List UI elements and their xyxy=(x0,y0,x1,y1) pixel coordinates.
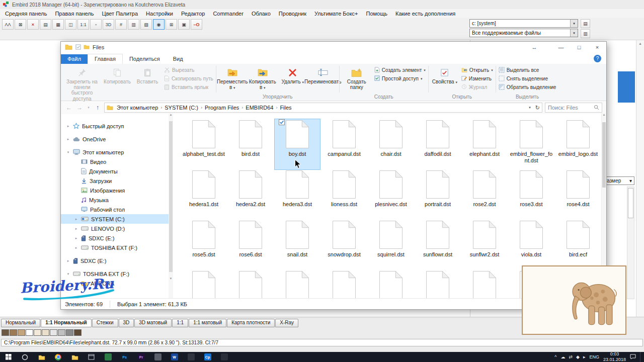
density-map-icon[interactable]: # xyxy=(115,19,127,30)
right-panel-selection[interactable] xyxy=(618,71,635,103)
list-panel-icon[interactable]: ▤ xyxy=(40,19,51,30)
refresh-icon[interactable]: ↻ xyxy=(535,105,540,111)
search-input[interactable]: Поиск: Files xyxy=(545,103,602,113)
select-none-button[interactable]: Снять выделение xyxy=(497,75,558,82)
explorer-tab-2[interactable]: Поделиться xyxy=(123,54,167,64)
view-tab-1[interactable]: 1:1 Нормальный xyxy=(41,319,92,327)
embird-menu-item-4[interactable]: Редактор xyxy=(177,10,209,17)
network-tray-icon[interactable]: ⇄ xyxy=(569,354,573,359)
file-rose4.dst[interactable]: rose4.dst xyxy=(555,169,601,220)
copy-button[interactable]: Копировать xyxy=(102,65,132,85)
file-empty-33[interactable] xyxy=(462,270,507,298)
palette-swatch-6[interactable] xyxy=(50,329,57,336)
sidebar-item-3[interactable]: Видео xyxy=(61,157,173,166)
grid-icon[interactable]: ⊞ xyxy=(166,19,177,30)
notification-center-icon[interactable] xyxy=(630,354,636,360)
file-empty-28[interactable] xyxy=(228,270,273,298)
file-rose2.dst[interactable]: rose2.dst xyxy=(462,169,507,220)
hoop-icon[interactable]: ▥ xyxy=(128,19,139,30)
expander-icon[interactable]: ▾ xyxy=(66,150,70,154)
view-tab-0[interactable]: Нормальный xyxy=(1,319,40,327)
up-button[interactable]: ↑ xyxy=(94,104,102,111)
documents-folder-icon[interactable] xyxy=(66,352,83,362)
palette-swatch-9[interactable] xyxy=(74,329,82,336)
palette-swatch-7[interactable] xyxy=(58,329,65,336)
address-input[interactable]: Этот компьютер›SYSTEM (C:)›Program Files… xyxy=(104,103,542,113)
file-rose3.dst[interactable]: rose3.dst xyxy=(509,169,554,220)
chrome-icon[interactable] xyxy=(50,352,66,362)
file-empty-29[interactable] xyxy=(275,270,320,298)
file-squirrel.dst[interactable]: squirrel.dst xyxy=(368,220,414,270)
view-tab-4[interactable]: 3D матовый xyxy=(134,319,172,327)
sidebar-item-1[interactable]: ▸OneDrive xyxy=(61,134,173,144)
tray-expand-icon[interactable]: ^ xyxy=(554,354,556,359)
dark-app-icon[interactable] xyxy=(183,352,199,362)
expander-icon[interactable]: ▾ xyxy=(66,272,70,276)
move-to-button[interactable]: Переместить в ▾ xyxy=(217,65,248,91)
word-icon[interactable]: W xyxy=(166,352,183,362)
scroll-up-icon[interactable]: ▲ xyxy=(170,113,173,116)
expander-icon[interactable]: ▸ xyxy=(66,137,70,141)
explorer-tab-0[interactable]: Файл xyxy=(61,54,88,64)
explorer-titlebar[interactable]: Files ↔ — □ × xyxy=(61,42,606,53)
sidebar-item-0[interactable]: ▸Быстрый доступ xyxy=(61,121,173,131)
cut-button[interactable]: Вырезать xyxy=(163,66,215,74)
breadcrumb-item-4[interactable]: Files xyxy=(277,105,294,111)
maximize-button[interactable]: □ xyxy=(570,42,588,53)
sidebar-item-10[interactable]: ▸LENOVO (D:) xyxy=(61,224,173,233)
address-dropdown-icon[interactable]: ▾ xyxy=(529,106,531,110)
palette-swatch-1[interactable] xyxy=(10,329,17,336)
invert-selection-button[interactable]: Обратить выделение xyxy=(497,83,558,91)
dropdown-arrow-icon[interactable]: ▾ xyxy=(570,29,578,37)
embird-menu-item-6[interactable]: Облако xyxy=(248,10,275,17)
language-indicator[interactable]: ENG xyxy=(589,354,599,359)
new-folder-button[interactable]: Создать папку xyxy=(341,65,373,91)
expander-icon[interactable]: ▸ xyxy=(66,124,70,128)
dropdown-arrow-icon[interactable]: ▾ xyxy=(627,177,634,185)
file-viola.dst[interactable]: viola.dst xyxy=(509,220,554,270)
fabric-icon[interactable]: ▧ xyxy=(140,19,152,30)
photoshop-icon[interactable]: Ps xyxy=(116,352,133,362)
onedrive-tray-icon[interactable]: ☁ xyxy=(560,354,565,359)
view-tab-3[interactable]: 3D xyxy=(119,319,134,327)
expander-icon[interactable]: ▸ xyxy=(74,236,78,240)
embird-menu-item-1[interactable]: Правая панель xyxy=(51,10,98,17)
palette-grid-icon[interactable]: ▦ xyxy=(52,19,64,30)
file-bird.ecf[interactable]: bird.ecf xyxy=(555,220,601,270)
palette-swatch-4[interactable] xyxy=(34,329,41,336)
properties-button[interactable]: Свойства ▾ xyxy=(430,65,460,85)
scrollbar-thumb[interactable] xyxy=(628,188,633,218)
expander-icon[interactable]: ▸ xyxy=(74,246,78,250)
embird-menu-item-10[interactable]: Какие есть дополнения xyxy=(391,10,459,17)
pin-to-quick-access-button[interactable]: Закрепить на панели быстрого доступа xyxy=(62,65,102,103)
file-lioness.dst[interactable]: lioness.dst xyxy=(321,169,367,220)
file-empty-31[interactable] xyxy=(368,270,414,298)
recent-locations-icon[interactable]: ▾ xyxy=(86,106,91,110)
copy-path-button[interactable]: Скопировать путь xyxy=(163,75,215,82)
edge-scrollbar[interactable]: ▲ xyxy=(636,40,644,317)
delete-button[interactable]: Удалить ▾ xyxy=(278,65,308,85)
frame-icon[interactable]: ▣ xyxy=(178,19,190,30)
security-tray-icon[interactable]: ◆ xyxy=(576,354,580,359)
show-desktop-button[interactable] xyxy=(640,352,642,362)
checkbox-checked-icon[interactable] xyxy=(279,119,285,125)
file-empty-30[interactable] xyxy=(321,270,367,298)
file-hedera3.dst[interactable]: hedera3.dst xyxy=(275,169,320,220)
file-snail.dst[interactable]: snail.dst xyxy=(275,220,320,270)
file-snowdrop.dst[interactable]: snowdrop.dst xyxy=(321,220,367,270)
paste-button[interactable]: Вставить xyxy=(132,65,163,85)
scroll-up-icon[interactable]: ▲ xyxy=(603,113,606,116)
file-alphabet_test.dst[interactable]: alphabet_test.dst xyxy=(181,119,226,169)
sidebar-item-13[interactable]: ▸SDXC (E:) xyxy=(61,256,173,265)
help-button[interactable]: ? xyxy=(594,55,601,62)
expander-icon[interactable]: ▸ xyxy=(74,227,78,231)
delete-file-icon[interactable]: × xyxy=(27,19,39,30)
breadcrumb-item-3[interactable]: EMBIRD64 xyxy=(243,105,276,111)
premiere-icon[interactable]: Pr xyxy=(133,352,149,362)
sidebar-item-9[interactable]: ▸SYSTEM (C:) xyxy=(61,214,173,224)
sidebar-item-6[interactable]: Изображения xyxy=(61,186,173,195)
resize-arrows-icon[interactable]: ↔ xyxy=(528,42,541,53)
file-plesnivec.dst[interactable]: plesnivec.dst xyxy=(368,169,414,220)
palette-swatch-8[interactable] xyxy=(66,329,73,336)
scrollbar-thumb[interactable] xyxy=(169,121,173,272)
